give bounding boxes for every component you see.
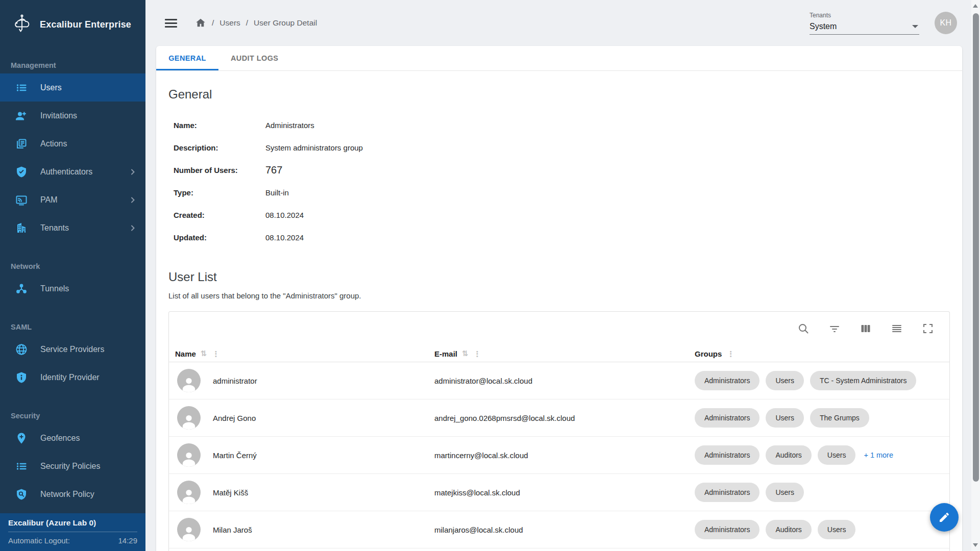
sidebar-item-authenticators[interactable]: Authenticators xyxy=(0,158,145,186)
group-chip: TC - System Administrators xyxy=(810,371,916,390)
avatar xyxy=(177,443,201,467)
sidebar-item-label: Invitations xyxy=(40,111,77,120)
user-email: matejkiss@local.sk.cloud xyxy=(434,488,695,497)
filter-icon xyxy=(828,322,841,335)
sidebar-item-identity-provider[interactable]: Identity Provider xyxy=(0,363,145,391)
person-icon xyxy=(180,375,198,392)
section-label-network: Network xyxy=(11,262,145,270)
sidebar-item-security-policies[interactable]: Security Policies xyxy=(0,452,145,480)
environment-name: Excalibur (Azure Lab 0) xyxy=(8,518,137,532)
avatar xyxy=(177,518,201,541)
pin-plus-icon xyxy=(15,432,28,444)
hub-icon xyxy=(15,283,28,295)
table-row[interactable]: Milan Jaroš milanjaros@local.sk.cloud Ad… xyxy=(169,511,949,548)
user-list-description: List of all users that belong to the "Ad… xyxy=(168,291,950,300)
sidebar-item-tunnels[interactable]: Tunnels xyxy=(0,274,145,303)
column-menu-icon[interactable]: ⋮ xyxy=(474,350,481,358)
tab-audit-logs[interactable]: AUDIT LOGS xyxy=(218,46,290,70)
filter-button[interactable] xyxy=(824,318,845,339)
user-name: Andrej Gono xyxy=(213,414,256,422)
content-card: GENERAL AUDIT LOGS General Name: Adminis… xyxy=(156,46,962,551)
group-chip: Administrators xyxy=(695,483,760,502)
field-name: Name: Administrators xyxy=(168,114,950,136)
search-icon xyxy=(797,322,810,335)
general-fields: Name: Administrators Description: System… xyxy=(168,114,950,248)
person-icon xyxy=(180,487,198,504)
table-row[interactable]: administrator administrator@local.sk.clo… xyxy=(169,362,949,399)
breadcrumb-users[interactable]: Users xyxy=(219,18,240,28)
scrollbar-up-arrow-icon[interactable] xyxy=(973,4,978,8)
avatar-initials: KH xyxy=(940,18,951,28)
policy-icon xyxy=(15,488,28,500)
fullscreen-icon xyxy=(922,322,934,335)
menu-toggle-button[interactable] xyxy=(160,12,182,34)
list-icon xyxy=(15,460,28,472)
person-add-icon xyxy=(15,110,28,122)
sidebar-item-users[interactable]: Users xyxy=(0,73,145,102)
sidebar-item-label: Network Policy xyxy=(40,490,94,499)
columns-button[interactable] xyxy=(855,318,876,339)
avatar xyxy=(177,481,201,504)
user-avatar[interactable]: KH xyxy=(935,12,957,34)
sidebar-item-actions[interactable]: Actions xyxy=(0,130,145,158)
user-table: Name ⇅ ⋮ E-mail ⇅ ⋮ Groups ⋮ xyxy=(168,311,950,551)
table-row[interactable]: Adéla Bílková adelabilkova@local.sk.clou… xyxy=(169,548,949,551)
group-chip: Users xyxy=(766,371,804,390)
column-menu-icon[interactable]: ⋮ xyxy=(727,350,734,358)
column-menu-icon[interactable]: ⋮ xyxy=(212,350,219,358)
user-name: Martin Černý xyxy=(213,451,257,460)
group-chip: The Grumps xyxy=(810,408,869,428)
sidebar-item-invitations[interactable]: Invitations xyxy=(0,102,145,130)
person-icon xyxy=(180,449,198,467)
auto-logout-label: Automatic Logout: xyxy=(8,536,70,545)
app-logo-row: Excalibur Enterprise xyxy=(0,0,145,48)
search-button[interactable] xyxy=(793,318,814,339)
table-row[interactable]: Martin Černý martincerny@local.sk.cloud … xyxy=(169,437,949,474)
topbar: / Users / User Group Detail Tenants Syst… xyxy=(145,0,980,46)
sidebar-item-label: Identity Provider xyxy=(40,373,100,382)
sidebar-item-pam[interactable]: PAM xyxy=(0,186,145,214)
sidebar-item-tenants[interactable]: Tenants xyxy=(0,214,145,242)
sidebar-item-geofences[interactable]: Geofences xyxy=(0,424,145,452)
sidebar-item-label: Geofences xyxy=(40,434,80,443)
more-groups-link[interactable]: + 1 more xyxy=(864,451,893,459)
cast-icon xyxy=(15,194,28,206)
user-groups: Administrators Users xyxy=(695,483,949,502)
tenant-select-group: Tenants System xyxy=(810,12,919,35)
field-number-of-users: Number of Users: 767 xyxy=(168,159,950,181)
edit-fab-button[interactable] xyxy=(930,503,959,532)
home-icon[interactable] xyxy=(195,17,206,29)
user-groups: Administrators Auditors Users + 1 more xyxy=(695,445,949,465)
page-scrollbar[interactable] xyxy=(971,0,980,551)
section-label-security: Security xyxy=(11,412,145,420)
sidebar-item-service-providers[interactable]: Service Providers xyxy=(0,335,145,363)
sort-icon[interactable]: ⇅ xyxy=(201,349,207,358)
list-icon xyxy=(15,82,28,94)
chevron-right-icon xyxy=(129,168,136,176)
user-email: martincerny@local.sk.cloud xyxy=(434,451,695,460)
scrollbar-thumb[interactable] xyxy=(973,13,979,482)
tenant-select[interactable]: System xyxy=(810,21,919,35)
columns-icon xyxy=(860,322,872,335)
table-row[interactable]: Andrej Gono andrej_gono.0268pmsrsd@local… xyxy=(169,399,949,437)
globe-icon xyxy=(15,343,28,356)
user-email: administrator@local.sk.cloud xyxy=(434,377,695,385)
density-icon xyxy=(891,322,903,335)
tab-general[interactable]: GENERAL xyxy=(156,46,218,70)
density-button[interactable] xyxy=(887,318,907,339)
sort-icon[interactable]: ⇅ xyxy=(462,349,469,358)
group-chip: Administrators xyxy=(695,408,760,428)
user-email: andrej_gono.0268pmsrsd@local.sk.cloud xyxy=(434,414,695,422)
fullscreen-button[interactable] xyxy=(918,318,938,339)
table-toolbar xyxy=(169,312,949,345)
breadcrumb: / Users / User Group Detail xyxy=(195,17,317,29)
breadcrumb-user-group-detail: User Group Detail xyxy=(254,18,317,28)
scrollbar-down-arrow-icon[interactable] xyxy=(973,543,978,547)
user-groups: Administrators Users The Grumps xyxy=(695,408,949,428)
group-chip: Users xyxy=(766,408,804,428)
table-row[interactable]: Matěj Kišš matejkiss@local.sk.cloud Admi… xyxy=(169,474,949,511)
shield-check-icon xyxy=(15,166,28,178)
field-description: Description: System administrators group xyxy=(168,136,950,159)
chevron-down-icon xyxy=(912,25,918,28)
sidebar-item-network-policy[interactable]: Network Policy xyxy=(0,480,145,508)
